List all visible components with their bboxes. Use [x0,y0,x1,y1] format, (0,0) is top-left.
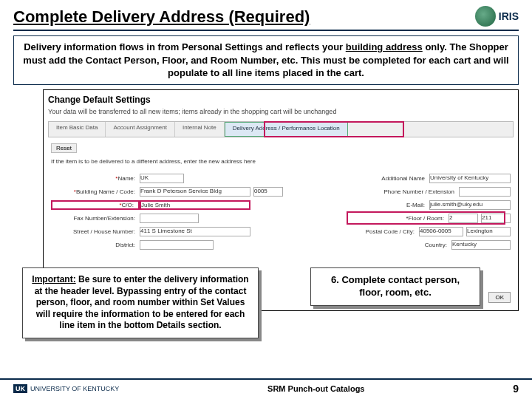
input-email[interactable]: julie.smith@uky.edu [429,200,511,210]
slide-footer: UKUNIVERSITY OF KENTUCKY SRM Punch-out C… [0,378,532,395]
label-street: Street / House Number: [51,228,140,235]
tab-note[interactable]: Internal Note [175,122,225,137]
slide-number: 9 [513,383,519,395]
label-postal: Postal Code / City: [345,228,419,235]
form-note: If the item is to be delivered to a diff… [51,158,256,165]
input-room[interactable]: 211 [481,214,511,223]
input-country[interactable]: Kentucky [451,240,511,250]
uk-logo: UKUNIVERSITY OF KENTUCKY [13,384,119,393]
input-district[interactable] [140,240,214,250]
dialog-title: Change Default Settings [48,95,151,105]
input-co[interactable]: Julie Smith [140,200,250,210]
label-email: E-Mail: [392,202,429,208]
label-district: District: [51,242,140,248]
label-addl: Additional Name [341,175,429,182]
label-building: *Building Name / Code: [51,188,140,195]
input-building-code[interactable]: 0005 [253,187,283,197]
ok-button[interactable]: OK [488,292,511,303]
reset-button[interactable]: Reset [51,143,77,153]
label-co: *C/O: [51,200,140,210]
page-title: Complete Delivery Address (Required) [13,7,310,27]
input-street[interactable]: 411 S Limestone St [140,227,250,236]
dialog-subtext: Your data will be transferred to all new… [48,108,336,115]
tab-account[interactable]: Account Assignment [106,122,174,137]
input-building[interactable]: Frank D Peterson Service Bldg [140,187,250,197]
label-fax: Fax Number/Extension: [51,215,140,222]
label-phone: Phone Number / Extension [363,188,459,195]
step6-callout: 6. Complete contact person, floor, room,… [310,267,480,306]
input-phone[interactable] [459,187,511,197]
input-city[interactable]: Lexington [466,227,511,236]
input-name[interactable]: UK [140,174,184,183]
tab-delivery[interactable]: Delivery Address / Performance Location [225,122,348,137]
label-name: *Name: [51,175,140,182]
input-fax[interactable] [140,214,199,223]
label-floor: *Floor / Room: [389,215,449,222]
important-callout: Important: Be sure to enter the delivery… [22,267,259,338]
input-addl[interactable]: University of Kentucky [429,174,511,183]
title-divider [13,30,519,31]
intro-callout: Delivery information flows in from Perso… [13,35,519,85]
input-postal[interactable]: 40506-0005 [419,227,463,236]
iris-logo: IRIS [475,6,519,27]
iris-icon [475,6,496,27]
input-floor[interactable]: 2 [449,214,478,223]
tab-item-basic[interactable]: Item Basic Data [49,122,106,137]
label-country: Country: [407,242,451,248]
tab-strip: Item Basic Data Account Assignment Inter… [48,121,514,137]
footer-title: SRM Punch-out Catalogs [119,384,513,393]
